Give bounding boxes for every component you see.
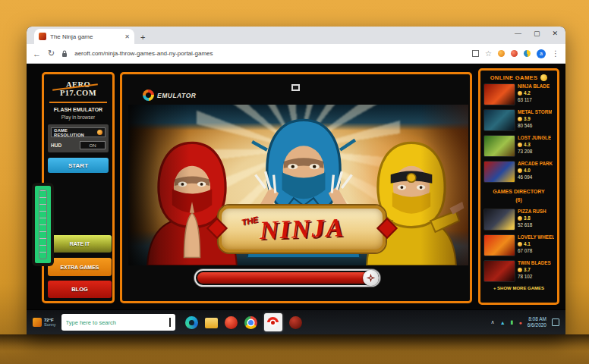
game-plays: 67 078 [518, 248, 554, 253]
rate-button[interactable]: RATE IT [48, 235, 112, 253]
active-app-icon [267, 317, 279, 328]
resolution-select[interactable]: GAME RESOLUTION [51, 127, 106, 137]
extension-red-icon[interactable] [511, 50, 518, 57]
game-thumbnail[interactable] [483, 260, 515, 282]
right-sidebar: ONLINE GAMES NINJA BLADE 4.2 63 117 META… [478, 68, 559, 305]
taskbar-clock[interactable]: 8:08 AM 6/6/2020 [528, 316, 546, 328]
address-bar[interactable]: aeroft.com/ninja-throw-games-and-ny-port… [74, 50, 465, 57]
game-thumbnail[interactable] [483, 135, 515, 157]
games-list-header-text: ONLINE GAMES [490, 74, 538, 81]
game-plays: 78 102 [518, 274, 551, 279]
taskbar-chrome-icon[interactable] [244, 316, 257, 329]
window-close-button[interactable]: ✕ [552, 30, 558, 37]
window-minimize-button[interactable]: — [515, 30, 521, 37]
divider [49, 102, 107, 103]
site-logo: AERO P17.COM [48, 77, 109, 101]
game-score: 4.3 [518, 142, 551, 147]
lock-icon [61, 50, 68, 58]
clock-time: 8:08 AM [528, 316, 546, 322]
taskbar-red-app-icon[interactable] [225, 316, 238, 329]
slider-track[interactable] [39, 190, 47, 259]
game-thumbnail[interactable] [483, 109, 515, 131]
games-list-header: ONLINE GAMES [483, 74, 554, 81]
system-tray: ∧ ▲ ▮ ● 8:08 AM 6/6/2020 [491, 316, 559, 328]
tray-network-icon[interactable]: ▲ [500, 320, 506, 325]
game-score: 4.2 [518, 90, 550, 96]
coin-icon [518, 216, 522, 221]
tray-chevron-icon[interactable]: ∧ [491, 319, 495, 325]
taskbar-search-box[interactable]: Type here to search [61, 314, 175, 331]
blog-button[interactable]: BLOG [48, 281, 112, 298]
reload-button[interactable]: ↻ [48, 49, 55, 58]
game-title-text: METAL STORM [518, 109, 552, 115]
game-panel: EMULATOR [120, 72, 472, 303]
loading-bar [194, 269, 380, 287]
extra-games-button[interactable]: EXTRA GAMES [48, 258, 112, 276]
extension-weather-icon[interactable] [524, 50, 531, 57]
fullscreen-icon[interactable] [291, 84, 300, 91]
game-plays: 52 618 [518, 222, 546, 228]
window-shadow [0, 334, 589, 351]
green-slider-widget[interactable] [32, 183, 54, 266]
game-plays: 46 094 [518, 174, 553, 180]
sun-badge-icon [540, 74, 547, 81]
vignette [128, 105, 468, 265]
sidepanel-icon[interactable] [472, 50, 479, 57]
hud-label: HUD [51, 143, 61, 148]
taskbar: 72°F Sunny Type here to search ∧ [27, 309, 565, 334]
emulator-logo: EMULATOR [143, 89, 196, 101]
taskbar-active-app[interactable] [264, 313, 282, 331]
window-maximize-button[interactable]: ▢ [534, 30, 540, 37]
game-list-item[interactable]: LOST JUNGLE 4.3 73 208 [483, 135, 554, 157]
tray-battery-icon[interactable]: ▮ [511, 319, 514, 325]
bookmark-star-icon[interactable]: ☆ [485, 49, 492, 58]
game-score: 3.7 [518, 267, 551, 272]
emulator-icon [143, 89, 154, 101]
game-list-item[interactable]: TWIN BLADES 3.7 78 102 [483, 260, 554, 282]
coin-icon [518, 143, 522, 147]
game-thumbnail[interactable] [483, 83, 515, 105]
game-list-item[interactable]: PIZZA RUSH 3.8 52 618 [483, 209, 554, 231]
taskbar-edge-icon[interactable] [185, 316, 198, 329]
hud-value-input[interactable]: ON [80, 141, 106, 149]
browser-tab[interactable]: The Ninja game ✕ [34, 29, 134, 44]
tab-favicon-icon [39, 33, 46, 40]
game-title-text: ARCADE PARK [518, 161, 553, 166]
game-title-text: LOST JUNGLE [518, 135, 551, 140]
game-title-text: PIZZA RUSH [518, 209, 546, 214]
taskbar-weather-widget[interactable]: 72°F Sunny [33, 318, 56, 328]
sidebar-tagline: FLASH EMULATOR [48, 107, 109, 112]
loading-bar-fill [197, 272, 370, 284]
gear-icon [97, 130, 102, 135]
new-tab-button[interactable]: + [140, 33, 145, 42]
game-score: 4.0 [518, 168, 553, 173]
game-list-item[interactable]: METAL STORM 3.9 80 546 [483, 109, 554, 131]
game-score: 3.8 [518, 215, 546, 221]
clock-date: 6/6/2020 [528, 322, 546, 328]
game-list-item[interactable]: LOVELY WHEELS 4.1 67 078 [483, 234, 554, 256]
search-text: Type here to search [66, 319, 166, 326]
game-thumbnail[interactable] [483, 209, 515, 231]
browser-menu-icon[interactable]: ⋮ [552, 49, 559, 58]
sidebar-subtagline: Play in browser [48, 115, 109, 120]
profile-avatar[interactable]: a [537, 49, 546, 58]
weather-icon [33, 318, 42, 327]
game-plays: 80 546 [518, 123, 552, 128]
taskbar-darkred-app-icon[interactable] [289, 316, 302, 329]
tab-close-icon[interactable]: ✕ [124, 33, 130, 40]
tab-title: The Ninja game [50, 33, 121, 40]
start-button[interactable]: START [48, 158, 109, 173]
game-artwork[interactable]: THE NINJA [128, 105, 468, 265]
back-button[interactable]: ← [33, 49, 41, 58]
notification-center-icon[interactable] [552, 318, 559, 326]
game-list-item[interactable]: NINJA BLADE 4.2 63 117 [483, 83, 554, 105]
extension-orange-icon[interactable] [498, 50, 505, 57]
game-list-item[interactable]: ARCADE PARK 4.0 46 094 [483, 161, 554, 183]
weather-condition: Sunny [44, 322, 56, 327]
show-more-link[interactable]: + SHOW MORE GAMES [483, 286, 554, 290]
coin-icon [518, 168, 522, 173]
tray-alert-icon[interactable]: ● [518, 320, 521, 325]
game-thumbnail[interactable] [483, 234, 515, 256]
taskbar-explorer-icon[interactable] [205, 318, 218, 328]
game-thumbnail[interactable] [483, 161, 515, 183]
